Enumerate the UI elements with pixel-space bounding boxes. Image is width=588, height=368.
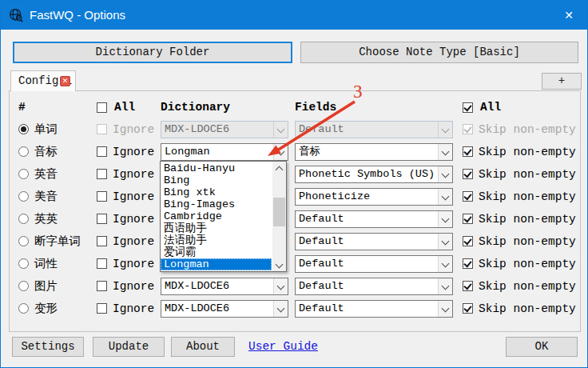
field-select[interactable]: Phonetic Symbols (US) bbox=[295, 166, 453, 183]
update-button[interactable]: Update bbox=[93, 337, 165, 357]
tab-config-1[interactable]: Config 1 ✕ bbox=[10, 70, 76, 91]
scroll-down-icon[interactable] bbox=[272, 258, 286, 271]
dictionary-folder-button[interactable]: Dictionary Folder bbox=[13, 42, 292, 63]
dropdown-item-selected[interactable]: Longman bbox=[161, 258, 272, 270]
table-row: 音标 Ignore Longman 音标 Skip non-empty bbox=[1, 141, 588, 163]
field-select[interactable]: Phoneticize bbox=[295, 188, 453, 206]
scroll-up-icon[interactable] bbox=[272, 162, 286, 174]
table-row: 英音 Ignore Phonetic Symbols (US) Skip non… bbox=[1, 163, 588, 186]
ignore-label: Ignore bbox=[113, 230, 154, 253]
field-value: Phoneticize bbox=[299, 189, 370, 205]
dictionary-value: MDX-LDOCE6 bbox=[165, 278, 229, 294]
field-select[interactable]: Default bbox=[295, 255, 453, 273]
ignore-checkbox[interactable] bbox=[97, 191, 107, 202]
annotation-step-number: 3 bbox=[353, 82, 363, 102]
dropdown-item[interactable]: Cambridge bbox=[161, 210, 272, 222]
ignore-checkbox[interactable] bbox=[97, 214, 107, 224]
skip-label: Skip non-empty bbox=[479, 141, 576, 163]
settings-button[interactable]: Settings bbox=[12, 337, 84, 357]
ignore-checkbox[interactable] bbox=[97, 281, 107, 291]
table-row: 英英 Ignore Default Skip non-empty bbox=[1, 208, 588, 230]
skip-checkbox[interactable] bbox=[463, 214, 473, 224]
row-label: 词性 bbox=[34, 253, 58, 275]
row-radio[interactable] bbox=[18, 258, 29, 269]
field-select[interactable]: Default bbox=[295, 210, 453, 228]
chevron-down-icon bbox=[438, 301, 452, 317]
skip-label: Skip non-empty bbox=[479, 118, 576, 141]
row-label: 图片 bbox=[34, 275, 58, 298]
field-select: Default bbox=[295, 121, 453, 138]
scrollbar-thumb[interactable] bbox=[273, 198, 285, 226]
ignore-checkbox[interactable] bbox=[97, 258, 107, 269]
field-value: Default bbox=[299, 234, 344, 250]
skip-all-checkbox[interactable] bbox=[463, 102, 473, 113]
row-radio[interactable] bbox=[18, 214, 29, 224]
field-select[interactable]: Default bbox=[295, 233, 453, 250]
field-select[interactable]: 音标 bbox=[295, 143, 453, 161]
skip-checkbox[interactable] bbox=[463, 191, 473, 202]
table-row: 美音 Ignore Phoneticize Skip non-empty bbox=[1, 186, 588, 208]
user-guide-link[interactable]: User Guide bbox=[248, 337, 318, 357]
skip-checkbox[interactable] bbox=[463, 236, 473, 246]
chevron-down-icon bbox=[438, 122, 452, 138]
dictionary-value: MDX-LDOCE6 bbox=[165, 122, 229, 138]
row-radio[interactable] bbox=[18, 191, 29, 202]
skip-checkbox[interactable] bbox=[463, 146, 473, 157]
ignore-label: Ignore bbox=[113, 275, 154, 298]
ignore-checkbox bbox=[97, 124, 107, 134]
ok-button[interactable]: OK bbox=[506, 337, 578, 357]
ignore-checkbox[interactable] bbox=[97, 146, 107, 157]
ignore-label: Ignore bbox=[113, 118, 154, 141]
skip-checkbox bbox=[463, 124, 473, 134]
dropdown-item[interactable]: Bing xtk bbox=[161, 186, 272, 198]
dropdown-item[interactable]: 法语助手 bbox=[161, 234, 272, 246]
tab-close-icon[interactable]: ✕ bbox=[60, 76, 70, 86]
ignore-all-checkbox[interactable] bbox=[97, 102, 107, 113]
skip-checkbox[interactable] bbox=[463, 281, 473, 291]
skip-label: Skip non-empty bbox=[479, 230, 576, 253]
ignore-checkbox[interactable] bbox=[97, 169, 107, 179]
field-value: Phonetic Symbols (US) bbox=[299, 166, 435, 182]
ignore-label: Ignore bbox=[113, 253, 154, 275]
choose-note-type-button[interactable]: Choose Note Type [Basic] bbox=[300, 42, 578, 63]
chevron-down-icon bbox=[273, 278, 288, 294]
dictionary-select[interactable]: MDX-LDOCE6 bbox=[161, 300, 288, 318]
chevron-down-icon bbox=[438, 256, 452, 272]
skip-checkbox[interactable] bbox=[463, 303, 473, 314]
ignore-checkbox[interactable] bbox=[97, 236, 107, 246]
chevron-down-icon bbox=[438, 189, 452, 205]
row-label: 断字单词 bbox=[34, 230, 81, 253]
row-radio[interactable] bbox=[18, 281, 29, 291]
close-button[interactable]: ✕ bbox=[550, 1, 587, 30]
add-tab-button[interactable]: + bbox=[542, 73, 582, 90]
skip-label: Skip non-empty bbox=[479, 163, 576, 186]
window-title: FastWQ - Options bbox=[30, 1, 125, 30]
ignore-checkbox[interactable] bbox=[97, 303, 107, 314]
chevron-down-icon bbox=[438, 278, 452, 294]
dropdown-item[interactable]: 爱词霸 bbox=[161, 246, 272, 258]
dictionary-value: MDX-LDOCE6 bbox=[165, 301, 229, 317]
dropdown-item[interactable]: 西语助手 bbox=[161, 222, 272, 234]
row-radio[interactable] bbox=[18, 303, 29, 314]
row-radio[interactable] bbox=[18, 146, 29, 157]
skip-label: Skip non-empty bbox=[479, 298, 576, 320]
skip-label: Skip non-empty bbox=[479, 275, 576, 298]
row-radio[interactable] bbox=[18, 169, 29, 179]
field-select[interactable]: Default bbox=[295, 278, 453, 295]
skip-checkbox[interactable] bbox=[463, 258, 473, 269]
dropdown-item[interactable]: Bing bbox=[161, 174, 272, 186]
about-button[interactable]: About bbox=[171, 337, 235, 357]
row-radio[interactable] bbox=[18, 124, 29, 134]
dictionary-select-open[interactable]: Longman bbox=[161, 143, 288, 161]
dropdown-scrollbar[interactable] bbox=[272, 162, 286, 271]
dropdown-item[interactable]: Bing-Images bbox=[161, 198, 272, 210]
field-value: Default bbox=[299, 211, 344, 227]
skip-checkbox[interactable] bbox=[463, 169, 473, 179]
field-value: 音标 bbox=[299, 144, 320, 160]
dropdown-item[interactable]: Baidu-Hanyu bbox=[161, 162, 272, 174]
field-select[interactable]: Default bbox=[295, 300, 453, 318]
dictionary-select[interactable]: MDX-LDOCE6 bbox=[161, 278, 288, 295]
globe-search-icon bbox=[9, 8, 23, 22]
ignore-label: Ignore bbox=[113, 298, 154, 320]
row-radio[interactable] bbox=[18, 236, 29, 246]
